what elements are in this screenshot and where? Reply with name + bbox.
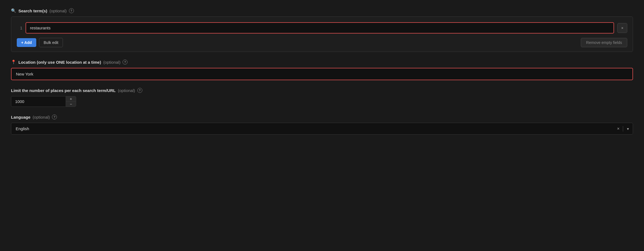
limit-row: + −	[11, 96, 633, 107]
decrement-button[interactable]: −	[66, 102, 76, 107]
search-terms-container: 1 × + Add Bulk edit Remove empty fields	[11, 16, 633, 52]
remove-empty-label: Remove empty fields	[586, 40, 622, 45]
location-optional: (optional)	[103, 60, 121, 65]
language-section: Language (optional) ? English × ▾	[11, 115, 633, 135]
location-input[interactable]	[11, 68, 633, 80]
language-select-wrapper[interactable]: English × ▾	[11, 123, 633, 135]
search-terms-help-icon[interactable]: ?	[69, 8, 74, 13]
location-label: Location (only use ONE location at a tim…	[18, 60, 101, 65]
add-icon: + Add	[21, 40, 32, 45]
limit-label: Limit the number of places per each sear…	[11, 88, 116, 93]
search-terms-header: 🔍 Search term(s) (optional) ?	[11, 8, 633, 13]
language-optional: (optional)	[33, 115, 50, 119]
search-terms-footer: + Add Bulk edit Remove empty fields	[17, 38, 627, 47]
search-term-input[interactable]	[26, 22, 614, 34]
add-term-button[interactable]: + Add	[17, 38, 36, 47]
bulk-edit-label: Bulk edit	[44, 40, 59, 45]
clear-icon: ×	[617, 126, 620, 131]
language-value: English	[11, 123, 614, 134]
location-header: 📍 Location (only use ONE location at a t…	[11, 60, 633, 65]
language-header: Language (optional) ?	[11, 115, 633, 119]
increment-button[interactable]: +	[66, 96, 76, 102]
location-help-icon[interactable]: ?	[123, 60, 127, 65]
limit-section: Limit the number of places per each sear…	[11, 88, 633, 107]
stepper-buttons: + −	[66, 96, 76, 107]
search-terms-label: Search term(s)	[18, 9, 47, 13]
chevron-down-icon: ▾	[627, 127, 629, 131]
remove-term-button[interactable]: ×	[617, 23, 627, 33]
location-section: 📍 Location (only use ONE location at a t…	[11, 60, 633, 80]
pin-icon: 📍	[11, 60, 16, 65]
search-term-row: 1 ×	[17, 22, 627, 34]
language-help-icon[interactable]: ?	[52, 115, 57, 119]
close-icon: ×	[621, 26, 623, 30]
limit-header: Limit the number of places per each sear…	[11, 88, 633, 93]
bulk-edit-button[interactable]: Bulk edit	[39, 38, 63, 47]
search-icon: 🔍	[11, 8, 16, 13]
language-label: Language	[11, 115, 30, 119]
limit-optional: (optional)	[118, 88, 135, 93]
language-clear-button[interactable]: ×	[614, 126, 623, 131]
search-terms-optional: (optional)	[49, 9, 67, 13]
plus-icon: +	[70, 97, 72, 101]
minus-icon: −	[70, 102, 72, 106]
limit-help-icon[interactable]: ?	[137, 88, 142, 93]
language-dropdown-button[interactable]: ▾	[623, 127, 633, 131]
remove-empty-button[interactable]: Remove empty fields	[581, 38, 627, 47]
search-terms-section: 🔍 Search term(s) (optional) ? 1 × + Add …	[11, 8, 633, 52]
limit-input[interactable]	[11, 96, 66, 107]
row-number: 1	[17, 26, 22, 30]
